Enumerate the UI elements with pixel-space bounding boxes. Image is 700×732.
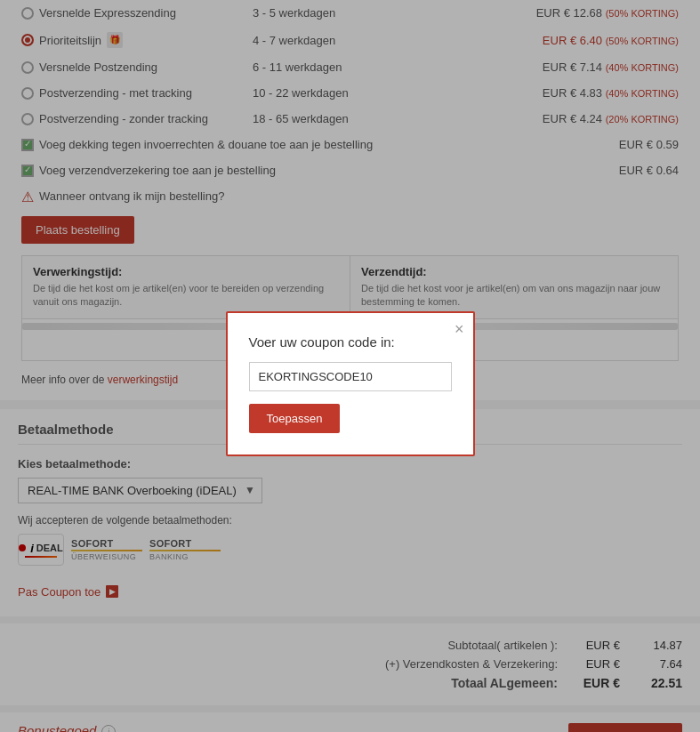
modal-close-button[interactable]: ×: [455, 320, 464, 339]
page-wrapper: Versnelde Expresszending 3 - 5 werkdagen…: [0, 0, 700, 732]
modal-overlay[interactable]: × Voer uw coupon code in: Toepassen: [0, 0, 700, 732]
coupon-modal: × Voer uw coupon code in: Toepassen: [226, 311, 475, 456]
modal-title: Voer uw coupon code in:: [249, 334, 452, 350]
coupon-apply-button[interactable]: Toepassen: [249, 404, 341, 433]
coupon-code-input[interactable]: [249, 362, 452, 391]
